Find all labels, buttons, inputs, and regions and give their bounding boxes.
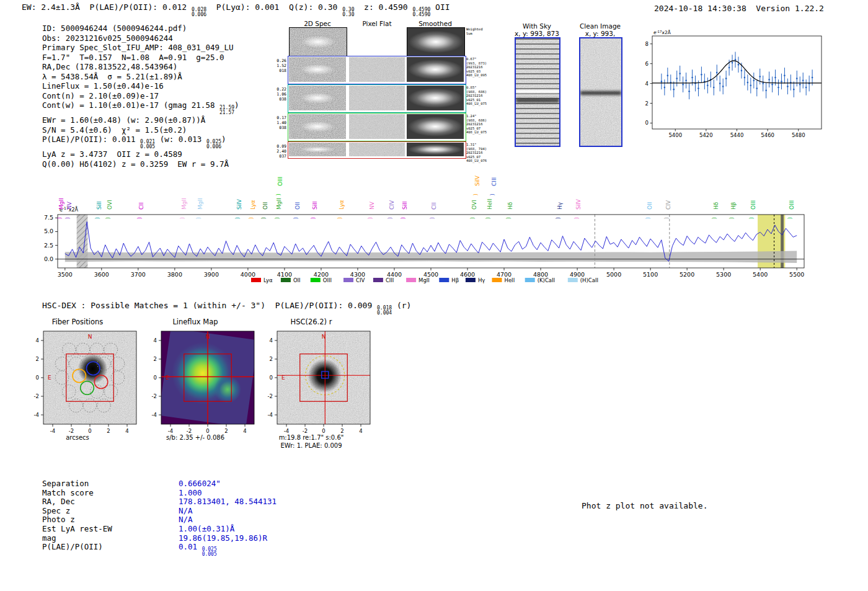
svg-text:5440: 5440 [730,132,744,138]
stacked-fraction: 0.0280.006 [192,7,206,17]
line-label-bracket: ) [235,217,241,219]
gaussian-fit-curve [652,61,822,83]
svg-text:3600: 3600 [94,271,109,278]
info-line: RA,Dec (178.813522,48.543964) [42,62,239,72]
stacked-fraction: 0.0250.005 [202,547,217,557]
svg-text:4: 4 [243,428,246,434]
line-label-bracket: ) [556,217,561,219]
match-table-label: P(LAE)/P(OII) [42,543,179,552]
svg-text:3500: 3500 [58,271,73,278]
match-table-row: Spec zN/A [42,507,277,516]
line-label-bracket: ) [712,217,717,219]
match-table-label: Photo z [42,515,179,525]
line-label-bracket: ) [574,217,580,219]
svg-text:2: 2 [224,428,228,434]
line-label-bracket: ) [311,217,316,219]
line-label-bracket: ) [388,217,393,219]
svg-text:-4: -4 [284,428,289,434]
emission-blob [289,86,346,110]
svg-text:4: 4 [36,337,39,344]
cutout-tile-smooth [407,57,464,82]
cutout-tile-smooth [407,27,465,56]
svg-text:2: 2 [36,356,39,362]
info-line: S/N = 5.4(±0.6) χ² = 1.5(±0.2) [42,125,239,135]
svg-text:0: 0 [88,428,91,434]
svg-text:OII: OII [293,277,301,283]
line-label-Lyα: Lyα [250,200,256,210]
col-header-pixelflat: Pixel Flat [349,20,405,27]
north-label: N [88,334,92,340]
line-label-CII: CII [138,202,144,210]
lineflux-map-title: Lineflux Map [133,318,257,326]
hsc-caption-1: m:19.8 re:1.7" s:0.6" [249,434,373,441]
line-label-OIII: OIII [277,177,283,186]
svg-text:0.0: 0.0 [44,256,53,262]
svg-text:Hβ: Hβ [451,277,459,283]
match-table-value: 1.00(±0.31)Å [179,524,234,533]
clean-dark-row [580,91,621,95]
cutout-tile-smooth [407,114,464,139]
svg-text:5420: 5420 [699,132,713,138]
line-label-Hγ: Hγ [557,202,563,210]
svg-text:-2: -2 [303,428,308,434]
line-label-bracket: ) [65,217,71,219]
svg-text:2: 2 [154,356,157,362]
svg-text:-4: -4 [268,412,273,418]
svg-text:(H)CaII: (H)CaII [580,277,598,283]
line-label-bracket: ) [196,217,202,219]
hsc-caption-2: EWr: 1. PLAE: 0.009 [249,442,373,449]
line-label-bracket: ) [401,217,406,219]
info-line: Obs: 20231216v025_5000946244 [42,33,239,43]
info-line: LineFlux = 1.50(±0.44)e-16 [42,81,239,91]
info-line: EWr = 1.60(±0.48) (w: 2.90(±0.87))Å [42,115,239,125]
cutout-tile-flat [349,57,405,82]
svg-text:4600: 4600 [460,271,475,278]
cutout-tile-smooth [407,143,464,156]
match-table-label: Separation [42,479,179,489]
line-label-OVI: OVI [471,200,477,210]
svg-text:2: 2 [340,428,343,434]
line-label-bracket: ) [470,217,476,219]
north-label: N [322,334,326,340]
svg-text:4: 4 [359,428,362,434]
svg-text:MgII: MgII [418,277,430,283]
line-label-bracket: ) [293,217,299,219]
cutout-tile-spec [289,143,346,156]
line-label-SiII: SiII [96,201,102,210]
emission-blob [290,28,347,56]
line-label-MgII: MgII [276,198,282,210]
svg-text:2: 2 [270,356,273,362]
match-table-value: 0.666024" [179,479,221,488]
line-label-OVI: OVI [107,200,113,210]
info-line: Cont(n) = 2.10(±0.09)e-17 [42,91,239,101]
svg-text:5480: 5480 [792,132,805,138]
svg-text:2: 2 [645,100,649,107]
svg-text:7.5: 7.5 [44,214,53,221]
line-label-bracket: ) [276,193,281,195]
line-label-bracket: ) [664,217,670,219]
line-label-bracket: ) [430,217,435,219]
line-label-bracket: ) [368,217,373,219]
match-table-label: Est LyA rest-EW [42,525,179,534]
line-label-bracket: ) [95,217,100,219]
match-table-value: 1.000 [179,488,202,497]
svg-text:(K)CaII: (K)CaII [538,277,555,283]
svg-text:5000: 5000 [606,271,621,278]
fiber-xlabel: arcsecs [16,434,140,441]
info-line: F=1.7" T=0.157 N=1.08 A=0.91 g=25.0 [42,53,239,63]
line-label-bracket: ) [57,217,63,219]
emission-line-labels: MgII)NV)SiII)OVI)CII)MgII)MgII)SiIV)Lyα)… [57,175,795,219]
stacked-fraction: 21.5921.57 [219,105,234,115]
svg-text:0: 0 [36,375,39,381]
line-label-SiIV: SiIV [236,198,242,210]
svg-text:0: 0 [322,428,325,434]
line-label-OII: OII [294,202,301,210]
line-label-bracket: ) [105,217,111,219]
line-label-OIII: OIII [789,200,795,210]
info-line: LyA z = 3.4737 OII z = 0.4589 [42,149,239,159]
fiber-positions-map: NE-4-4-2-2002244 [16,326,140,442]
lineflux-map: NE-4-4-2-2002244 [133,326,257,442]
line-label-bracket: ) [645,217,651,219]
line-label-bracket: ) [485,217,491,219]
line-label-Hβ: Hβ [730,202,737,210]
